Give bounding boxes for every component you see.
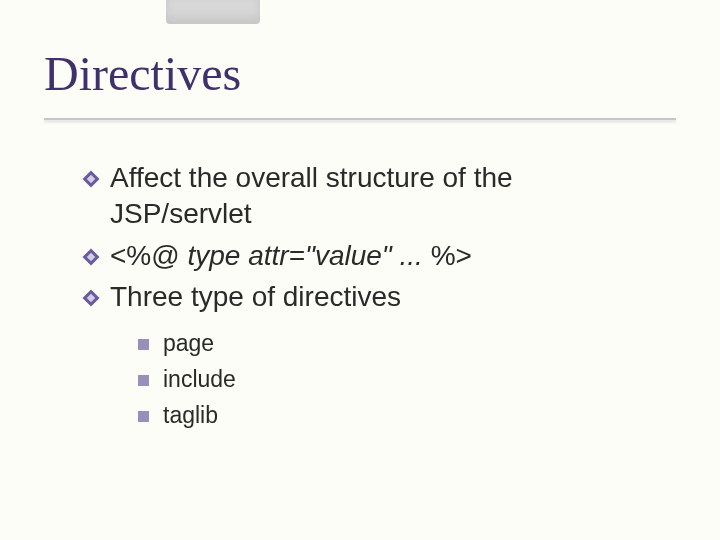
sub-bullet-text: page (163, 329, 214, 359)
sub-bullet-item: include (138, 365, 660, 395)
bullet-item: Three type of directives (82, 279, 660, 315)
title-underline (44, 118, 676, 120)
decoration-tab (166, 0, 260, 24)
bullet-text: <%@ type attr="value" ... %> (110, 238, 660, 274)
diamond-bullet-icon (82, 248, 100, 266)
code-prefix: <%@ (110, 240, 187, 271)
code-suffix: %> (423, 240, 472, 271)
diamond-bullet-icon (82, 289, 100, 307)
code-italic: type attr="value" ... (187, 240, 422, 271)
slide: Directives Affect the overall structure … (0, 0, 720, 540)
square-bullet-icon (138, 339, 149, 350)
square-bullet-icon (138, 375, 149, 386)
bullet-text: Affect the overall structure of the JSP/… (110, 160, 660, 232)
sub-bullet-text: include (163, 365, 236, 395)
sub-bullet-item: taglib (138, 401, 660, 431)
bullet-item: Affect the overall structure of the JSP/… (82, 160, 660, 232)
square-bullet-icon (138, 411, 149, 422)
bullet-item: <%@ type attr="value" ... %> (82, 238, 660, 274)
bullet-text: Three type of directives (110, 279, 660, 315)
sub-bullet-text: taglib (163, 401, 218, 431)
slide-body: Affect the overall structure of the JSP/… (82, 160, 660, 437)
sub-bullet-item: page (138, 329, 660, 359)
diamond-bullet-icon (82, 170, 100, 188)
slide-title: Directives (44, 46, 676, 109)
sub-list: page include taglib (138, 329, 660, 431)
